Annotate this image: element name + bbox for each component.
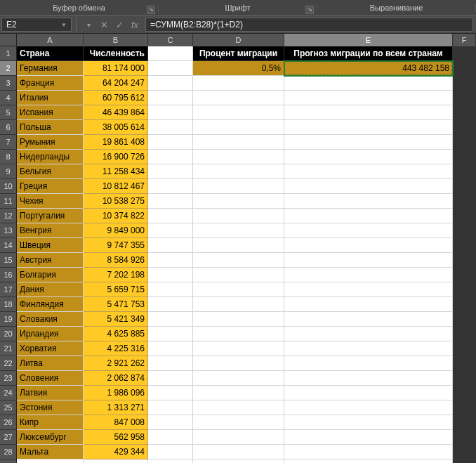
- cell[interactable]: [193, 386, 284, 400]
- cell-country[interactable]: Италия: [17, 91, 84, 105]
- row-header[interactable]: 21: [0, 341, 17, 356]
- cell-country[interactable]: Люксембург: [17, 430, 84, 445]
- header-cell[interactable]: Страна: [17, 46, 84, 61]
- cell[interactable]: [148, 105, 193, 120]
- cell[interactable]: [193, 91, 284, 105]
- cell[interactable]: [453, 386, 476, 400]
- cell[interactable]: [193, 268, 284, 282]
- cell[interactable]: [284, 415, 453, 430]
- cell-population[interactable]: 429 344: [84, 445, 148, 459]
- header-cell[interactable]: Прогноз миграции по всем странам: [284, 46, 453, 61]
- row-header[interactable]: 2: [0, 61, 17, 76]
- cell-country[interactable]: Ирландия: [17, 327, 84, 341]
- row-header[interactable]: 14: [0, 238, 17, 253]
- cell[interactable]: [284, 223, 453, 238]
- cell[interactable]: [148, 268, 193, 282]
- cell[interactable]: [453, 312, 476, 327]
- cell[interactable]: [284, 282, 453, 297]
- cell-population[interactable]: 64 204 247: [84, 76, 148, 91]
- row-header[interactable]: 23: [0, 371, 17, 386]
- cell[interactable]: [148, 371, 193, 386]
- header-cell[interactable]: Процент миграции: [193, 46, 284, 61]
- cell[interactable]: [148, 179, 193, 194]
- column-headers[interactable]: A B C D E F: [17, 34, 476, 46]
- cell[interactable]: [193, 209, 284, 223]
- cell-country[interactable]: Бельгия: [17, 164, 84, 179]
- cell-country[interactable]: Латвия: [17, 386, 84, 400]
- cell[interactable]: [148, 46, 193, 61]
- cell-country[interactable]: Румыния: [17, 135, 84, 150]
- row-header[interactable]: 3: [0, 76, 17, 91]
- cell[interactable]: [193, 459, 284, 463]
- cell[interactable]: [148, 341, 193, 356]
- cell[interactable]: [453, 135, 476, 150]
- cell[interactable]: [453, 297, 476, 312]
- row-header[interactable]: 15: [0, 253, 17, 268]
- cell-country[interactable]: Болгария: [17, 268, 84, 282]
- cell-country[interactable]: Финляндия: [17, 297, 84, 312]
- row-header[interactable]: 7: [0, 135, 17, 150]
- cell[interactable]: [453, 61, 476, 76]
- cell[interactable]: [193, 135, 284, 150]
- row-header[interactable]: 28: [0, 445, 17, 459]
- row-header[interactable]: 5: [0, 105, 17, 120]
- cell[interactable]: [284, 459, 453, 463]
- row-header[interactable]: 25: [0, 400, 17, 415]
- cell[interactable]: [284, 164, 453, 179]
- cell[interactable]: [284, 400, 453, 415]
- cell-population[interactable]: 11 258 434: [84, 164, 148, 179]
- cell[interactable]: [453, 253, 476, 268]
- cell[interactable]: [453, 445, 476, 459]
- cell[interactable]: [193, 194, 284, 209]
- cell-country[interactable]: Австрия: [17, 253, 84, 268]
- cell[interactable]: [453, 223, 476, 238]
- cell[interactable]: [193, 120, 284, 135]
- dialog-launcher-icon[interactable]: ↘: [305, 6, 314, 14]
- enter-icon[interactable]: ✓: [113, 18, 126, 31]
- cell-population[interactable]: 562 958: [84, 430, 148, 445]
- cell[interactable]: [193, 312, 284, 327]
- cell-population[interactable]: 9 747 355: [84, 238, 148, 253]
- cell[interactable]: [284, 179, 453, 194]
- cell[interactable]: [453, 282, 476, 297]
- cell[interactable]: [453, 46, 476, 61]
- cell[interactable]: [284, 238, 453, 253]
- cell[interactable]: [148, 459, 193, 463]
- cell-country[interactable]: Франция: [17, 76, 84, 91]
- cell[interactable]: [148, 282, 193, 297]
- cell[interactable]: [193, 297, 284, 312]
- cell[interactable]: [453, 459, 476, 463]
- cell[interactable]: [193, 356, 284, 371]
- cancel-icon[interactable]: ✕: [98, 18, 110, 31]
- row-header[interactable]: 12: [0, 209, 17, 223]
- cell[interactable]: [193, 150, 284, 164]
- cell[interactable]: [284, 150, 453, 164]
- cell[interactable]: [148, 194, 193, 209]
- cell[interactable]: [148, 76, 193, 91]
- cell[interactable]: [284, 341, 453, 356]
- cell-country[interactable]: Испания: [17, 105, 84, 120]
- cell[interactable]: [148, 400, 193, 415]
- cell[interactable]: [284, 209, 453, 223]
- cell[interactable]: [453, 341, 476, 356]
- cell[interactable]: [148, 209, 193, 223]
- row-header[interactable]: 4: [0, 91, 17, 105]
- cell[interactable]: [453, 238, 476, 253]
- cell-population[interactable]: 1 313 271: [84, 400, 148, 415]
- cell[interactable]: [148, 253, 193, 268]
- cell[interactable]: [148, 135, 193, 150]
- cell[interactable]: [193, 282, 284, 297]
- cell[interactable]: [148, 150, 193, 164]
- row-header[interactable]: 20: [0, 327, 17, 341]
- cell[interactable]: [453, 268, 476, 282]
- cell-population[interactable]: 5 471 753: [84, 297, 148, 312]
- row-header[interactable]: 17: [0, 282, 17, 297]
- cell-population[interactable]: 5 421 349: [84, 312, 148, 327]
- cell-population[interactable]: 2 062 874: [84, 371, 148, 386]
- cell-country[interactable]: Мальта: [17, 445, 84, 459]
- cell[interactable]: [148, 445, 193, 459]
- cell[interactable]: [453, 76, 476, 91]
- cell[interactable]: [453, 91, 476, 105]
- cell[interactable]: [453, 400, 476, 415]
- cell[interactable]: [284, 327, 453, 341]
